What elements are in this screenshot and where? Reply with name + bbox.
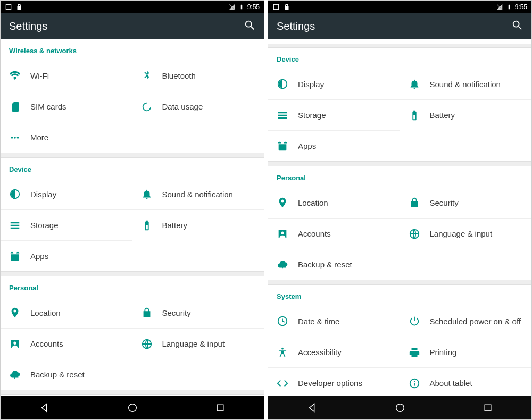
status-time: 9:55 [247, 3, 260, 11]
bell-icon [409, 78, 430, 90]
item-display[interactable]: Display [1, 179, 132, 209]
item-backup[interactable]: Backup & reset [268, 249, 400, 280]
globe-icon [409, 228, 430, 240]
item-sound[interactable]: Sound & notification [400, 69, 532, 99]
item-printing[interactable]: Printing [400, 337, 532, 367]
nav-back-button[interactable] [26, 402, 64, 414]
search-button[interactable] [511, 19, 523, 33]
data-usage-icon [141, 101, 162, 113]
item-scheduled-power[interactable]: Scheduled power on & off [400, 306, 532, 337]
clock-icon [277, 315, 298, 327]
lock-status-icon [15, 3, 23, 11]
item-label: Apps [30, 251, 48, 261]
nav-home-button[interactable] [381, 402, 419, 414]
item-sim-cards[interactable]: SIM cards [1, 91, 132, 122]
section-header-device: Device [1, 158, 264, 179]
item-label: Sound & notification [162, 190, 233, 199]
item-about-tablet[interactable]: About tablet [400, 367, 532, 396]
lock-status-icon [283, 3, 290, 11]
item-apps[interactable]: Apps [1, 240, 132, 271]
item-battery[interactable]: Battery [132, 209, 264, 240]
item-battery[interactable]: Battery [400, 99, 532, 130]
item-accessibility[interactable]: Accessibility [268, 337, 400, 367]
status-time: 9:55 [515, 3, 527, 11]
account-icon [277, 228, 298, 240]
item-backup[interactable]: Backup & reset [1, 359, 132, 390]
item-language[interactable]: Language & input [400, 218, 532, 249]
item-label: SIM cards [30, 102, 66, 111]
item-label: Location [30, 308, 61, 317]
item-accounts[interactable]: Accounts [1, 328, 132, 359]
item-developer-options[interactable]: Developer options [268, 367, 400, 396]
nav-recent-button[interactable] [469, 402, 507, 413]
info-icon [409, 377, 430, 389]
svg-rect-14 [217, 405, 223, 411]
item-label: Sound & notification [430, 80, 501, 89]
settings-list[interactable]: Device Display Sound & notification [268, 39, 531, 396]
item-location[interactable]: Location [1, 297, 132, 328]
item-language[interactable]: Language & input [132, 328, 264, 359]
sim-icon [9, 101, 30, 113]
signal-icon [228, 3, 236, 11]
item-wifi[interactable]: Wi-Fi [1, 60, 132, 91]
item-label: Battery [430, 111, 455, 120]
item-label: Backup & reset [30, 370, 85, 379]
item-accounts[interactable]: Accounts [268, 218, 400, 249]
window-icon [272, 3, 280, 11]
lock-icon [141, 307, 162, 318]
item-label: Apps [298, 141, 316, 150]
display-icon [277, 78, 298, 90]
item-label: Backup & reset [298, 260, 352, 269]
section-header-system: System [268, 285, 531, 306]
item-location[interactable]: Location [268, 187, 400, 218]
lock-icon [409, 197, 430, 208]
accessibility-icon [277, 347, 298, 358]
more-icon [9, 132, 30, 144]
storage-icon [277, 110, 298, 121]
settings-list[interactable]: Wireless & networks Wi-Fi Bluetooth [1, 39, 264, 396]
screen-settings-top: 9:55 Settings Wireless & networks Wi-Fi … [0, 0, 264, 420]
power-icon [409, 315, 430, 327]
item-storage[interactable]: Storage [268, 99, 400, 130]
section-device: Device Display Sound & notification [268, 47, 531, 162]
item-label: Scheduled power on & off [430, 317, 521, 326]
item-data-usage[interactable]: Data usage [132, 91, 264, 122]
battery-icon [141, 220, 162, 231]
item-label: Language & input [162, 339, 225, 348]
item-label: Storage [30, 221, 59, 230]
location-icon [277, 197, 298, 208]
nav-home-button[interactable] [113, 402, 152, 414]
screen-settings-bottom: 9:55 Settings Device Display Sound & not… [268, 0, 532, 420]
item-label: Language & input [430, 229, 493, 238]
item-security[interactable]: Security [132, 297, 264, 328]
nav-recent-button[interactable] [201, 402, 239, 413]
navigation-bar [1, 396, 264, 419]
item-label: Security [162, 308, 191, 317]
item-label: Accessibility [298, 348, 342, 357]
item-label: More [30, 133, 48, 142]
page-title: Settings [277, 20, 315, 32]
cloud-upload-icon [9, 369, 30, 381]
item-label: Location [298, 198, 328, 207]
bell-icon [141, 188, 162, 200]
item-sound[interactable]: Sound & notification [132, 179, 264, 209]
search-button[interactable] [244, 19, 255, 33]
item-security[interactable]: Security [400, 187, 532, 218]
item-more[interactable]: More [1, 122, 132, 153]
item-storage[interactable]: Storage [1, 209, 132, 240]
status-bar: 9:55 [1, 1, 264, 13]
section-device: Device Display Sound & notification [1, 157, 264, 272]
location-icon [9, 307, 30, 318]
globe-icon [141, 338, 162, 350]
nav-back-button[interactable] [293, 402, 331, 414]
app-bar: Settings [268, 13, 531, 39]
item-display[interactable]: Display [268, 69, 400, 99]
item-bluetooth[interactable]: Bluetooth [132, 60, 264, 91]
cloud-upload-icon [277, 259, 298, 271]
item-label: About tablet [430, 379, 472, 388]
item-apps[interactable]: Apps [268, 130, 400, 161]
signal-icon [496, 3, 503, 11]
account-icon [9, 338, 30, 350]
item-label: Display [30, 190, 56, 199]
item-date-time[interactable]: Date & time [268, 306, 400, 337]
